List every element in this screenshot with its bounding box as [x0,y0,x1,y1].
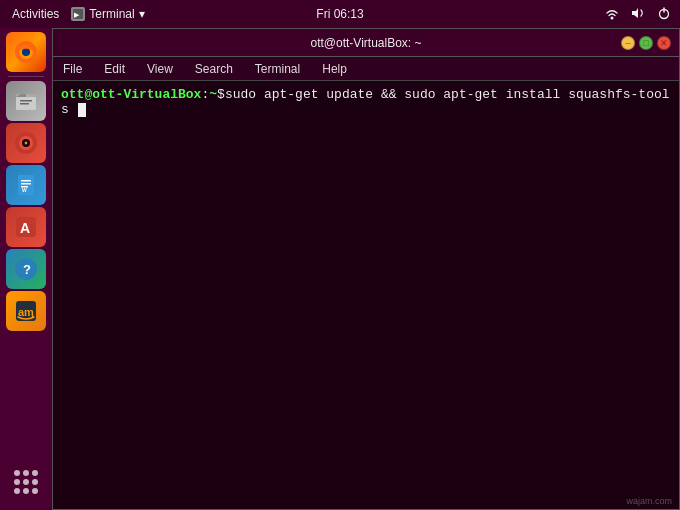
prompt-dir: ~ [209,87,217,102]
system-clock: Fri 06:13 [316,7,363,21]
window-controls: – □ ✕ [621,36,671,50]
menu-file[interactable]: File [59,60,86,78]
sidebar-item-files[interactable] [6,81,46,121]
svg-text:A: A [20,220,30,236]
svg-rect-20 [21,183,31,185]
svg-text:?: ? [23,262,31,277]
sidebar: W A ? am [0,28,52,510]
network-icon[interactable] [604,5,620,24]
watermark: wajam.com [626,496,672,506]
svg-rect-10 [20,100,32,102]
svg-rect-19 [21,180,31,182]
terminal-window: ott@ott-VirtualBox: ~ – □ ✕ File Edit Vi… [52,28,680,510]
sidebar-item-appstore[interactable]: A [6,207,46,247]
system-bar-left: Activities ▶ Terminal ▾ [8,5,145,23]
terminal-command-continuation: s [61,102,671,117]
sidebar-item-music[interactable] [6,123,46,163]
terminal-command: sudo apt-get update && sudo apt-get inst… [225,87,670,102]
terminal-dropdown-arrow[interactable]: ▾ [139,7,145,21]
terminal-window-title: ott@ott-VirtualBox: ~ [310,36,421,50]
main-layout: W A ? am [0,28,680,510]
sidebar-item-firefox[interactable] [6,32,46,72]
sidebar-item-docs[interactable]: W [6,165,46,205]
activities-button[interactable]: Activities [8,5,63,23]
terminal-prompt-line: ott@ott-VirtualBox : ~ $ sudo apt-get up… [61,87,671,102]
prompt-colon: : [201,87,209,102]
sidebar-item-help[interactable]: ? [6,249,46,289]
svg-point-16 [25,142,27,144]
terminal-cursor [78,103,86,117]
menu-terminal[interactable]: Terminal [251,60,304,78]
svg-point-2 [611,16,614,19]
menu-search[interactable]: Search [191,60,237,78]
terminal-command-cont-text: s [61,102,69,117]
power-icon[interactable] [656,5,672,24]
terminal-app-indicator[interactable]: ▶ Terminal ▾ [71,7,144,21]
svg-text:am: am [18,306,34,318]
menu-edit[interactable]: Edit [100,60,129,78]
prompt-user: ott@ott-VirtualBox [61,87,201,102]
sidebar-item-amazon[interactable]: am [6,291,46,331]
close-button[interactable]: ✕ [657,36,671,50]
apps-grid-icon [14,470,38,494]
prompt-dollar: $ [217,87,225,102]
terminal-titlebar: ott@ott-VirtualBox: ~ – □ ✕ [53,29,679,57]
sound-icon[interactable] [630,5,646,24]
sidebar-item-apps[interactable] [6,462,46,502]
svg-rect-11 [20,103,29,105]
terminal-app-icon: ▶ [71,7,85,21]
terminal-app-label: Terminal [89,7,134,21]
system-bar: Activities ▶ Terminal ▾ Fri 06:13 [0,0,680,28]
svg-text:W: W [22,187,27,193]
sidebar-divider-1 [8,76,44,77]
menu-help[interactable]: Help [318,60,351,78]
menu-view[interactable]: View [143,60,177,78]
terminal-menubar: File Edit View Search Terminal Help [53,57,679,81]
maximize-button[interactable]: □ [639,36,653,50]
system-tray [604,5,672,24]
minimize-button[interactable]: – [621,36,635,50]
terminal-content[interactable]: ott@ott-VirtualBox : ~ $ sudo apt-get up… [53,81,679,509]
